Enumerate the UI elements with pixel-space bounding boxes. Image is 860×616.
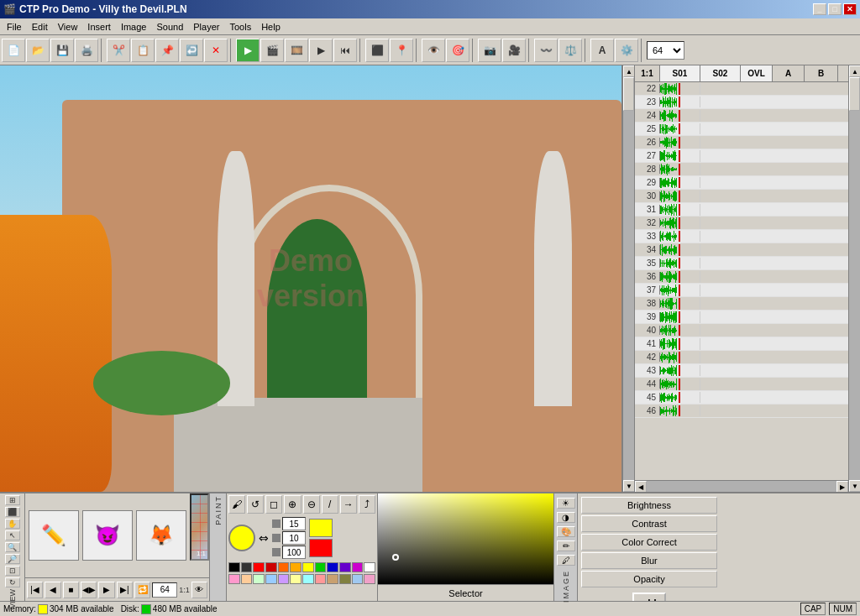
palette-rose[interactable] (364, 574, 375, 584)
vscroll-down-button[interactable]: ▼ (623, 480, 635, 492)
secondary-color-box[interactable] (309, 539, 333, 557)
crosshair-button[interactable]: 🎯 (446, 39, 469, 62)
vscroll-up-button[interactable]: ▲ (623, 65, 635, 77)
palette-red[interactable] (253, 562, 265, 572)
menu-edit[interactable]: Edit (27, 20, 53, 34)
move-tool-button[interactable]: ✋ (5, 519, 20, 529)
tl-row-s01[interactable] (660, 191, 700, 202)
delete-button[interactable]: ✕ (204, 39, 228, 62)
thumb-3[interactable]: 🦊 (136, 510, 186, 561)
val-input[interactable] (282, 546, 306, 559)
next-frame-button[interactable]: ▶| (117, 582, 133, 598)
undo-button[interactable]: ↩️ (180, 39, 203, 62)
export-button[interactable]: 🎥 (502, 39, 526, 62)
rotate-button[interactable]: ↻ (5, 577, 20, 587)
zoom-out-button[interactable]: 🔎 (5, 554, 20, 564)
main-color-box[interactable] (309, 519, 333, 537)
palette-blue[interactable] (327, 562, 338, 572)
select-tool-button[interactable]: ↖ (5, 530, 20, 540)
tl-row-s01[interactable] (660, 164, 700, 175)
print-button[interactable]: 🖨️ (75, 39, 98, 62)
swap-colors-button[interactable]: ⇔ (259, 531, 269, 545)
menu-image[interactable]: Image (116, 20, 152, 34)
palette-lightblue[interactable] (265, 574, 277, 584)
vscroll-thumb[interactable] (623, 77, 634, 111)
stamp-tool[interactable]: ⊕ (284, 495, 301, 514)
palette-white[interactable] (364, 562, 375, 572)
menu-file[interactable]: File (2, 20, 27, 34)
palette-green[interactable] (315, 562, 327, 572)
tl-row-s01[interactable] (660, 311, 700, 323)
tl-row-s01[interactable] (660, 97, 700, 107)
palette-lightgreen[interactable] (253, 574, 265, 584)
tl-hscroll-left[interactable]: ◀ (635, 481, 647, 492)
tl-hscroll-track[interactable] (647, 481, 836, 492)
tl-row-s01[interactable] (660, 365, 700, 376)
palette-olive[interactable] (339, 574, 351, 584)
palette-lavender[interactable] (278, 574, 290, 584)
save-button[interactable]: 💾 (50, 39, 74, 62)
tl-vscroll-track[interactable] (849, 77, 860, 480)
palette-black[interactable] (228, 562, 240, 572)
color-correct-button[interactable]: Color Correct (581, 534, 717, 551)
film-button[interactable]: 🎞️ (285, 39, 308, 62)
new-button[interactable]: 📄 (2, 39, 25, 62)
3d-view-button[interactable]: ⬛ (5, 507, 20, 517)
color-gradient[interactable] (378, 493, 553, 584)
canvas-area[interactable]: Demo version ◀ ▶ (0, 65, 622, 492)
palette-darkred[interactable] (265, 562, 277, 572)
img-pen-button[interactable]: 🖊 (557, 555, 575, 566)
zoom-select[interactable]: 6410050 (647, 41, 684, 60)
copy-button[interactable]: 📋 (131, 39, 155, 62)
play-fwd-button[interactable]: ▶ (98, 582, 114, 598)
loop-button[interactable]: 🔁 (134, 582, 150, 598)
tl-row-s01[interactable] (660, 150, 700, 162)
view-toggle-button[interactable]: 👁 (191, 582, 207, 598)
contrast-button[interactable]: Contrast (581, 515, 717, 532)
arrow-tool-1[interactable]: → (340, 495, 357, 514)
tl-row-s01[interactable] (660, 378, 700, 390)
palette-purple[interactable] (339, 562, 351, 572)
tl-vscroll-thumb[interactable] (849, 77, 860, 111)
tl-row-s01[interactable] (660, 338, 700, 350)
tl-row-s01[interactable] (660, 83, 700, 95)
menu-player[interactable]: Player (188, 20, 224, 34)
tl-row-s01[interactable] (660, 123, 700, 133)
palette-amber[interactable] (290, 562, 302, 572)
blur-button[interactable]: Blur (581, 552, 717, 569)
stop-button[interactable]: ■ (63, 582, 79, 598)
markin-button[interactable]: ⬛ (365, 39, 389, 62)
palette-salmon[interactable] (315, 574, 327, 584)
tl-row-s01[interactable] (660, 177, 700, 188)
palette-lightyellow[interactable] (290, 574, 302, 584)
prev-frame-button[interactable]: ◀ (45, 582, 60, 598)
close-button[interactable]: ✕ (843, 3, 857, 15)
sat-input[interactable] (282, 531, 306, 545)
img-brush-button[interactable]: ✏ (557, 540, 575, 551)
fit-button[interactable]: ⊡ (5, 566, 20, 576)
tl-row-s01[interactable] (660, 271, 700, 283)
play-button[interactable]: ▶ (309, 39, 333, 62)
markout-button[interactable]: 📍 (390, 39, 413, 62)
record-green-button[interactable]: ▶ (236, 39, 260, 62)
frame-input[interactable] (152, 582, 177, 598)
timeline-body[interactable]: 2223242526272829303132333435363738394041… (635, 82, 848, 480)
erase-tool[interactable]: ◻ (265, 495, 282, 514)
tl-row-s01[interactable] (660, 325, 700, 336)
img-color-button[interactable]: 🎨 (557, 526, 575, 537)
brush-tool[interactable]: 🖌 (228, 495, 245, 514)
grid-view-button[interactable]: ⊞ (5, 495, 20, 505)
waveform-button[interactable]: 〰️ (534, 39, 558, 62)
menu-sound[interactable]: Sound (151, 20, 188, 34)
vscroll-track[interactable] (623, 77, 634, 480)
tl-vscroll-up[interactable]: ▲ (849, 65, 860, 77)
palette-tan[interactable] (327, 574, 338, 584)
tl-row-s01[interactable] (660, 258, 700, 268)
palette-yellow[interactable] (302, 562, 314, 572)
brightness-button[interactable]: Brightness (581, 497, 717, 514)
menu-view[interactable]: View (53, 20, 83, 34)
img-contrast-button[interactable]: ◑ (557, 512, 575, 523)
tl-row-s01[interactable] (660, 217, 700, 229)
zoom-in-button[interactable]: 🔍 (5, 542, 20, 552)
anim-preview[interactable]: 1:1 (190, 493, 209, 561)
